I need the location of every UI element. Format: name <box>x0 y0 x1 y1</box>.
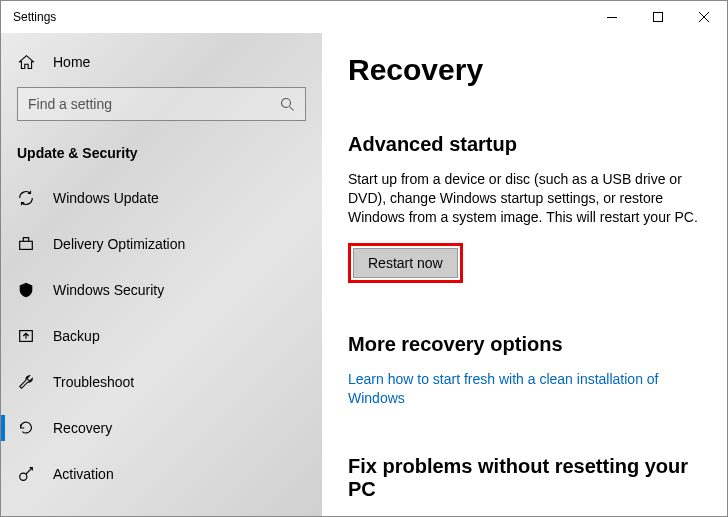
refresh-icon <box>17 189 35 207</box>
titlebar: Settings <box>1 1 727 33</box>
recovery-icon <box>17 419 35 437</box>
restart-highlight: Restart now <box>348 243 463 283</box>
nav-home-label: Home <box>53 54 90 70</box>
search-box[interactable] <box>17 87 306 121</box>
sidebar-item-label: Windows Security <box>53 282 164 298</box>
home-icon <box>17 53 35 71</box>
wrench-icon <box>17 373 35 391</box>
search-wrap <box>17 87 306 121</box>
svg-point-6 <box>20 473 27 480</box>
page-title: Recovery <box>348 53 701 87</box>
svg-rect-0 <box>607 17 617 18</box>
minimize-button[interactable] <box>589 1 635 33</box>
nav-home[interactable]: Home <box>1 41 322 83</box>
content-area: Recovery Advanced startup Start up from … <box>322 33 727 516</box>
sidebar-item-windows-security[interactable]: Windows Security <box>1 267 322 313</box>
sidebar-item-backup[interactable]: Backup <box>1 313 322 359</box>
window-title: Settings <box>13 10 56 24</box>
delivery-icon <box>17 235 35 253</box>
sidebar-item-delivery-optimization[interactable]: Delivery Optimization <box>1 221 322 267</box>
sidebar-item-label: Delivery Optimization <box>53 236 185 252</box>
close-button[interactable] <box>681 1 727 33</box>
sidebar-item-label: Recovery <box>53 420 112 436</box>
svg-rect-4 <box>20 241 33 249</box>
shield-icon <box>17 281 35 299</box>
key-icon <box>17 465 35 483</box>
sidebar-item-label: Activation <box>53 466 114 482</box>
window-controls <box>589 1 727 33</box>
svg-line-3 <box>290 106 294 110</box>
advanced-startup-heading: Advanced startup <box>348 133 701 156</box>
advanced-startup-desc: Start up from a device or disc (such as … <box>348 170 701 227</box>
sidebar-item-label: Windows Update <box>53 190 159 206</box>
sidebar-item-troubleshoot[interactable]: Troubleshoot <box>1 359 322 405</box>
restart-now-button[interactable]: Restart now <box>353 248 458 278</box>
body-area: Home Update & Security Windows Update <box>1 33 727 516</box>
more-recovery-heading: More recovery options <box>348 333 701 356</box>
sidebar-item-windows-update[interactable]: Windows Update <box>1 175 322 221</box>
sidebar-item-label: Backup <box>53 328 100 344</box>
category-header: Update & Security <box>1 127 322 175</box>
backup-icon <box>17 327 35 345</box>
sidebar-item-label: Troubleshoot <box>53 374 134 390</box>
sidebar: Home Update & Security Windows Update <box>1 33 322 516</box>
search-input[interactable] <box>28 96 280 112</box>
sidebar-item-activation[interactable]: Activation <box>1 451 322 497</box>
nav-list: Windows Update Delivery Optimization Win… <box>1 175 322 497</box>
fix-problems-heading: Fix problems without resetting your PC <box>348 455 701 501</box>
svg-point-2 <box>282 98 291 107</box>
sidebar-item-recovery[interactable]: Recovery <box>1 405 322 451</box>
maximize-button[interactable] <box>635 1 681 33</box>
search-icon <box>280 97 295 112</box>
svg-rect-1 <box>654 13 663 22</box>
fresh-install-link[interactable]: Learn how to start fresh with a clean in… <box>348 370 701 409</box>
